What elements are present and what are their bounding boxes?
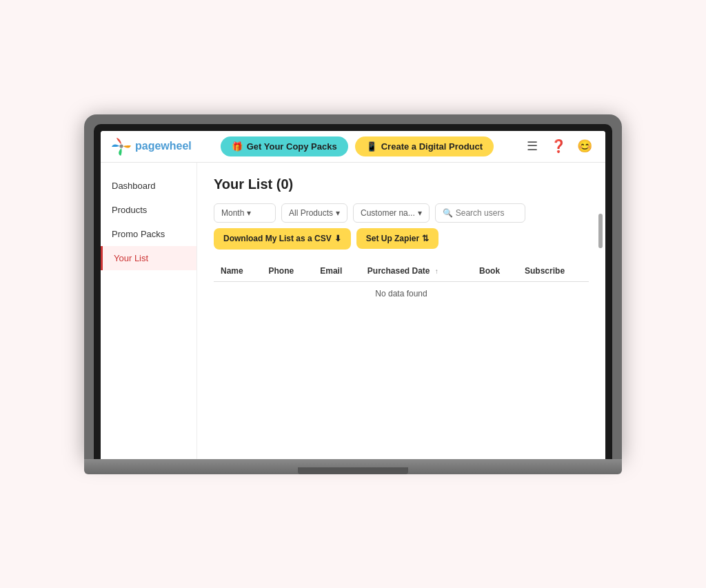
header-center-buttons: 🎁 Get Your Copy Packs 📱 Create a Digital… (200, 136, 514, 156)
products-chevron-icon: ▾ (336, 208, 340, 218)
table-header-row: Name Phone Email (214, 261, 589, 282)
help-icon-button[interactable]: ❓ (549, 136, 568, 156)
col-subscribe: Subscribe (518, 261, 589, 282)
sidebar-item-your-list[interactable]: Your List (101, 246, 196, 270)
sidebar-item-products[interactable]: Products (101, 198, 196, 222)
col-purchased-date[interactable]: Purchased Date ↑ (361, 261, 472, 282)
app-header: pagewheel 🎁 Get Your Copy Packs 📱 Create… (101, 131, 605, 163)
col-phone: Phone (261, 261, 313, 282)
setup-zapier-label: Set Up Zapier (366, 234, 419, 243)
laptop-outer: pagewheel 🎁 Get Your Copy Packs 📱 Create… (84, 114, 622, 459)
sidebar-item-your-list-label: Your List (114, 253, 148, 263)
laptop-screen: pagewheel 🎁 Get Your Copy Packs 📱 Create… (101, 131, 605, 459)
logo-pinwheel-icon (112, 136, 131, 156)
download-csv-button[interactable]: Download My List as a CSV ⬇ (214, 228, 351, 250)
sidebar-item-promo-packs[interactable]: Promo Packs (101, 222, 196, 246)
customer-chevron-icon: ▾ (418, 208, 422, 218)
no-data-message: No data found (214, 282, 589, 306)
header-icons: ☰ ❓ 😊 (523, 136, 594, 156)
col-book: Book (472, 261, 518, 282)
table-body: No data found (214, 282, 589, 306)
smiley-icon: 😊 (577, 139, 592, 154)
col-email: Email (313, 261, 361, 282)
get-copy-packs-button[interactable]: 🎁 Get Your Copy Packs (221, 136, 348, 156)
sort-icon: ↑ (435, 267, 438, 275)
question-icon: ❓ (551, 139, 566, 154)
customer-filter-label: Customer na... (361, 208, 415, 218)
month-filter-label: Month (221, 208, 244, 218)
create-digital-icon: 📱 (366, 141, 377, 152)
app-body: Dashboard Products Promo Packs Your List (101, 163, 605, 459)
data-table: Name Phone Email (214, 261, 589, 305)
table-header: Name Phone Email (214, 261, 589, 282)
get-copy-packs-label: Get Your Copy Packs (247, 141, 337, 152)
sidebar-item-products-label: Products (112, 205, 147, 215)
sidebar-item-dashboard[interactable]: Dashboard (101, 174, 196, 198)
sidebar-item-promo-packs-label: Promo Packs (112, 229, 165, 239)
get-copy-icon: 🎁 (232, 141, 243, 152)
all-products-label: All Products (289, 208, 333, 218)
create-digital-product-label: Create a Digital Product (381, 141, 483, 152)
search-icon: 🔍 (443, 208, 453, 218)
download-csv-label: Download My List as a CSV (223, 234, 332, 245)
laptop-screen-bezel: pagewheel 🎁 Get Your Copy Packs 📱 Create… (94, 124, 612, 459)
month-filter[interactable]: Month ▾ (214, 203, 276, 223)
all-products-filter[interactable]: All Products ▾ (281, 203, 347, 223)
search-input[interactable] (456, 208, 518, 218)
month-chevron-icon: ▾ (247, 208, 251, 218)
logo-text: pagewheel (135, 140, 192, 152)
main-content: Your List (0) Month ▾ All Products ▾ (197, 163, 605, 459)
col-name: Name (214, 261, 261, 282)
customer-filter[interactable]: Customer na... ▾ (353, 203, 430, 223)
hamburger-icon: ☰ (527, 139, 538, 154)
laptop-scene: pagewheel 🎁 Get Your Copy Packs 📱 Create… (84, 114, 622, 474)
user-avatar-button[interactable]: 😊 (575, 136, 594, 156)
table-row: No data found (214, 282, 589, 306)
download-icon: ⬇ (334, 234, 341, 245)
sidebar-item-dashboard-label: Dashboard (112, 181, 156, 191)
svg-point-0 (119, 144, 123, 148)
laptop-base (84, 459, 622, 474)
zapier-icon: ⇅ (422, 234, 429, 243)
setup-zapier-button[interactable]: Set Up Zapier ⇅ (356, 228, 438, 249)
scrollbar-thumb[interactable] (598, 214, 603, 248)
create-digital-product-button[interactable]: 📱 Create a Digital Product (355, 136, 494, 156)
page-title: Your List (0) (214, 176, 589, 192)
filters-row: Month ▾ All Products ▾ Customer na... ▾ (214, 203, 589, 250)
menu-icon-button[interactable]: ☰ (523, 136, 542, 156)
search-box[interactable]: 🔍 (435, 203, 525, 223)
logo-area: pagewheel (112, 136, 192, 156)
sidebar: Dashboard Products Promo Packs Your List (101, 163, 197, 459)
